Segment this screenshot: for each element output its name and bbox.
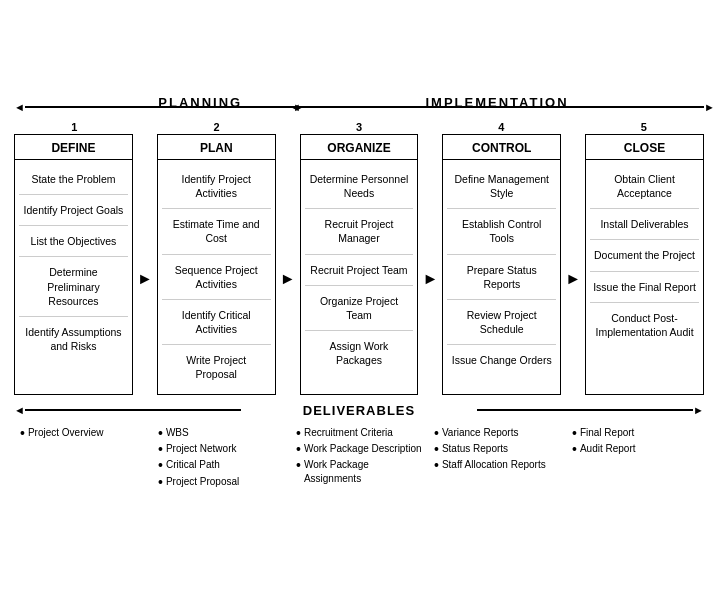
del-col-5: •Final Report•Audit Report [566, 422, 704, 496]
del-item-4-1: •Variance Reports [434, 426, 560, 441]
column-define: DEFINEState the ProblemIdentify Project … [14, 134, 133, 395]
column-1-item-4: Determine Preliminary Resources [19, 257, 128, 317]
column-header-4: CONTROL [443, 135, 560, 160]
del-bullet-icon: • [296, 426, 301, 441]
del-bullet-icon: • [158, 475, 163, 490]
column-3-item-3: Recruit Project Team [305, 255, 414, 286]
del-item-text: Audit Report [580, 442, 636, 456]
del-bullet-icon: • [434, 458, 439, 473]
column-5-item-4: Issue the Final Report [590, 272, 699, 303]
col-num-3: 3 [299, 121, 419, 133]
top-arrow-row: ◄ PLANNING ► ◄ IMPLEMENTATION ► [14, 97, 704, 117]
column-2-item-1: Identify Project Activities [162, 164, 271, 209]
del-item-text: Staff Allocation Reports [442, 458, 546, 472]
del-col-1: •Project Overview [14, 422, 152, 496]
column-organize: ORGANIZEDetermine Personnel NeedsRecruit… [300, 134, 419, 395]
column-5-item-2: Install Deliverables [590, 209, 699, 240]
del-item-2-3: •Critical Path [158, 458, 284, 473]
arrow-between-4-5: ► [565, 134, 581, 395]
del-item-2-4: •Project Proposal [158, 475, 284, 490]
del-item-3-3: •Work Package Assignments [296, 458, 422, 486]
column-2-item-2: Estimate Time and Cost [162, 209, 271, 254]
del-item-text: Work Package Assignments [304, 458, 422, 486]
del-item-text: WBS [166, 426, 189, 440]
column-2-item-4: Identify Critical Activities [162, 300, 271, 345]
column-1-item-1: State the Problem [19, 164, 128, 195]
del-item-text: Project Proposal [166, 475, 239, 489]
column-5-item-5: Conduct Post-Implementation Audit [590, 303, 699, 347]
del-bullet-icon: • [434, 442, 439, 457]
column-header-3: ORGANIZE [301, 135, 418, 160]
del-item-text: Critical Path [166, 458, 220, 472]
deliverables-cols: •Project Overview•WBS•Project Network•Cr… [14, 422, 704, 496]
column-3-item-1: Determine Personnel Needs [305, 164, 414, 209]
del-item-text: Status Reports [442, 442, 508, 456]
del-item-text: Project Network [166, 442, 237, 456]
del-item-text: Recruitment Criteria [304, 426, 393, 440]
del-bullet-icon: • [572, 426, 577, 441]
column-close: CLOSEObtain Client AcceptanceInstall Del… [585, 134, 704, 395]
del-bullet-icon: • [20, 426, 25, 441]
column-3-item-5: Assign Work Packages [305, 331, 414, 375]
deliverables-section: ◄ DELIVERABLES ► •Project Overview•WBS•P… [14, 403, 704, 496]
column-4-item-1: Define Management Style [447, 164, 556, 209]
del-item-text: Variance Reports [442, 426, 519, 440]
diagram-container: ◄ PLANNING ► ◄ IMPLEMENTATION ► [9, 87, 709, 505]
column-3-item-2: Recruit Project Manager [305, 209, 414, 254]
column-control: CONTROLDefine Management StyleEstablish … [442, 134, 561, 395]
del-item-1-1: •Project Overview [20, 426, 146, 441]
del-col-2: •WBS•Project Network•Critical Path•Proje… [152, 422, 290, 496]
del-bullet-icon: • [158, 458, 163, 473]
del-item-3-2: •Work Package Description [296, 442, 422, 457]
columns-row: DEFINEState the ProblemIdentify Project … [14, 134, 704, 395]
del-bullet-icon: • [296, 442, 301, 457]
arrow-between-2-3: ► [280, 134, 296, 395]
column-header-2: PLAN [158, 135, 275, 160]
column-header-1: DEFINE [15, 135, 132, 160]
del-col-3: •Recruitment Criteria•Work Package Descr… [290, 422, 428, 496]
del-item-text: Final Report [580, 426, 634, 440]
column-1-item-3: List the Objectives [19, 226, 128, 257]
del-bullet-icon: • [572, 442, 577, 457]
column-4-item-2: Establish Control Tools [447, 209, 556, 254]
implementation-label: IMPLEMENTATION [325, 95, 670, 110]
deliverables-label: DELIVERABLES [245, 403, 472, 418]
col-num-5: 5 [584, 121, 704, 133]
column-4-item-4: Review Project Schedule [447, 300, 556, 345]
column-4-item-3: Prepare Status Reports [447, 255, 556, 300]
del-bullet-icon: • [158, 426, 163, 441]
column-1-item-2: Identify Project Goals [19, 195, 128, 226]
del-item-5-2: •Audit Report [572, 442, 698, 457]
top-section: ◄ PLANNING ► ◄ IMPLEMENTATION ► [14, 97, 704, 117]
column-5-item-3: Document the Project [590, 240, 699, 271]
del-item-4-3: •Staff Allocation Reports [434, 458, 560, 473]
deliverables-arrow-row: ◄ DELIVERABLES ► [14, 403, 704, 418]
col-num-1: 1 [14, 121, 134, 133]
arrow-between-1-2: ► [137, 134, 153, 395]
column-plan: PLANIdentify Project ActivitiesEstimate … [157, 134, 276, 395]
del-item-2-2: •Project Network [158, 442, 284, 457]
del-bullet-icon: • [434, 426, 439, 441]
del-item-5-1: •Final Report [572, 426, 698, 441]
column-5-item-1: Obtain Client Acceptance [590, 164, 699, 209]
del-item-4-2: •Status Reports [434, 442, 560, 457]
del-item-text: Work Package Description [304, 442, 422, 456]
arrow-between-3-4: ► [422, 134, 438, 395]
column-header-5: CLOSE [586, 135, 703, 160]
col-num-4: 4 [441, 121, 561, 133]
del-bullet-icon: • [296, 458, 301, 473]
column-3-item-4: Organize Project Team [305, 286, 414, 331]
del-item-text: Project Overview [28, 426, 104, 440]
del-item-3-1: •Recruitment Criteria [296, 426, 422, 441]
column-1-item-5: Identify Assumptions and Risks [19, 317, 128, 361]
del-bullet-icon: • [158, 442, 163, 457]
column-2-item-5: Write Project Proposal [162, 345, 271, 389]
col-num-2: 2 [156, 121, 276, 133]
column-4-item-5: Issue Change Orders [447, 345, 556, 375]
del-col-4: •Variance Reports•Status Reports•Staff A… [428, 422, 566, 496]
column-2-item-3: Sequence Project Activities [162, 255, 271, 300]
del-item-2-1: •WBS [158, 426, 284, 441]
